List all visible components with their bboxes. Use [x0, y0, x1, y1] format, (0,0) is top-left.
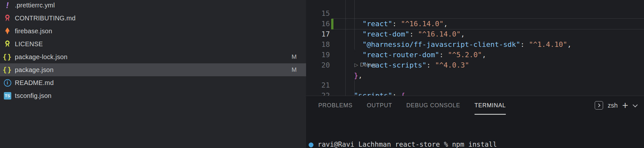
git-modified-badge: M	[289, 53, 299, 60]
explorer-sidebar: ! .prettierrc.yml CONTRIBUTING.md fireba…	[0, 0, 306, 148]
new-terminal-icon[interactable]: +	[622, 101, 628, 110]
bottom-panel: PROBLEMS OUTPUT DEBUG CONSOLE TERMINAL z…	[306, 96, 644, 148]
info-icon: i	[3, 79, 12, 87]
code-line-current[interactable]: 17 "@harnessio/ff-javascript-client-sdk"…	[306, 19, 644, 29]
file-row-readme[interactable]: i README.md	[0, 76, 306, 89]
flame-icon	[3, 27, 12, 35]
chevron-down-icon[interactable]	[633, 102, 638, 107]
typescript-icon: TS	[3, 91, 12, 100]
terminal-output[interactable]: ravi@Ravi Lachhman react-store % npm ins…	[306, 115, 644, 148]
code-line[interactable]: 21 "scripts": {	[306, 70, 644, 80]
ribbon-yellow-icon	[3, 40, 12, 48]
command-decoration-icon	[309, 143, 313, 147]
file-row-firebase[interactable]: firebase.json	[0, 25, 306, 37]
shell-label[interactable]: zsh	[608, 102, 618, 109]
vscode-window: ! .prettierrc.yml CONTRIBUTING.md fireba…	[0, 0, 644, 148]
line-number: 20	[306, 60, 330, 70]
file-name: README.md	[15, 79, 54, 87]
file-row-tsconfig[interactable]: TS tsconfig.json	[0, 89, 306, 102]
file-name: tsconfig.json	[15, 92, 52, 100]
file-row-license[interactable]: LICENSE	[0, 37, 306, 50]
file-row-contributing[interactable]: CONTRIBUTING.md	[0, 12, 306, 25]
terminal-icon[interactable]	[595, 101, 603, 110]
tab-output[interactable]: OUTPUT	[367, 96, 392, 115]
tab-problems[interactable]: PROBLEMS	[318, 96, 352, 115]
code-line[interactable]: 15 "react": "^16.14.0",	[306, 0, 644, 8]
panel-controls: zsh +	[595, 96, 636, 115]
ribbon-red-icon	[3, 14, 12, 22]
code-line-clipped[interactable]: 23 "start": "react-scripts start",	[306, 90, 644, 96]
file-name: CONTRIBUTING.md	[15, 15, 76, 22]
codelens-debug-action[interactable]: ▷Debug	[354, 60, 376, 70]
file-row-package-lock[interactable]: {} package-lock.json M	[0, 50, 306, 63]
json-braces-icon: {}	[3, 66, 12, 74]
tab-debug-console[interactable]: DEBUG CONSOLE	[406, 96, 460, 115]
code-editor[interactable]: 15 "react": "^16.14.0", 16 "react-dom": …	[306, 0, 644, 96]
file-name: LICENSE	[15, 40, 43, 48]
file-name: package.json	[15, 66, 53, 74]
file-row-prettierrc[interactable]: ! .prettierrc.yml	[0, 0, 306, 12]
json-braces-icon: {}	[3, 53, 12, 61]
panel-tab-bar: PROBLEMS OUTPUT DEBUG CONSOLE TERMINAL	[318, 96, 506, 115]
code-line[interactable]: 16 "react-dom": "^16.14.0",	[306, 8, 644, 19]
code-line[interactable]: 20 },	[306, 50, 644, 60]
code-line[interactable]: 19 "react-scripts": "^4.0.3"	[306, 39, 644, 50]
file-row-package-json[interactable]: {} package.json M	[0, 63, 306, 76]
git-modified-badge: M	[289, 66, 299, 73]
file-name: .prettierrc.yml	[15, 2, 55, 9]
prettier-icon: !	[3, 1, 12, 9]
file-name: package-lock.json	[15, 53, 68, 61]
file-name: firebase.json	[15, 27, 52, 35]
code-line[interactable]: 22 "lint": "eslint .",	[306, 80, 644, 90]
tab-terminal[interactable]: TERMINAL	[475, 96, 506, 115]
terminal-command-line: ravi@Ravi Lachhman react-store % npm ins…	[318, 141, 497, 148]
code-line[interactable]: 18 "react-router-dom": "^5.2.0",	[306, 29, 644, 39]
play-outline-icon: ▷	[354, 62, 358, 68]
